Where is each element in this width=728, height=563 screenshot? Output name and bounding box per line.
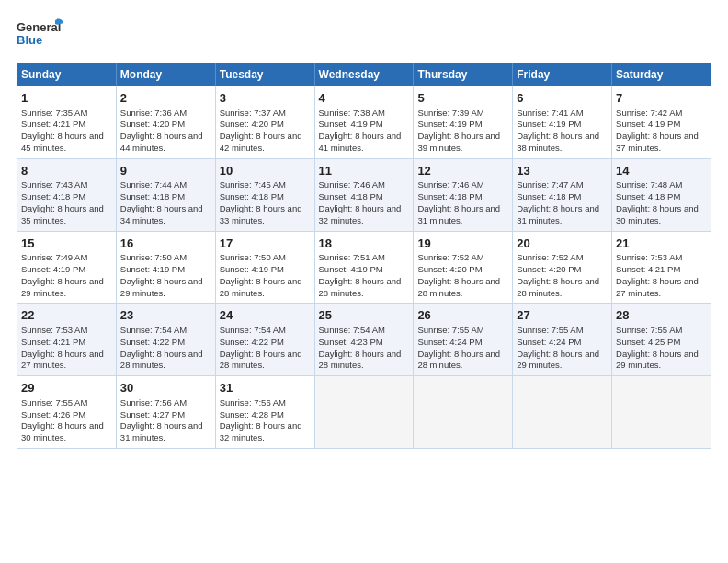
sunset-label: Sunset: 4:24 PM: [417, 337, 482, 347]
sunset-label: Sunset: 4:18 PM: [220, 191, 284, 201]
daylight-label: Daylight: 8 hours and 28 minutes.: [220, 276, 302, 298]
sunset-label: Sunset: 4:18 PM: [120, 191, 185, 201]
sunrise-label: Sunrise: 7:55 AM: [417, 325, 483, 335]
day-number: 27: [517, 307, 608, 324]
day-header-monday: Monday: [116, 63, 215, 86]
day-number: 24: [220, 307, 311, 324]
day-number: 20: [517, 236, 608, 252]
sunrise-label: Sunrise: 7:46 AM: [417, 179, 483, 190]
day-number: 11: [319, 163, 410, 179]
daylight-label: Daylight: 8 hours and 29 minutes.: [517, 349, 599, 371]
calendar-cell: 12 Sunrise: 7:46 AM Sunset: 4:18 PM Dayl…: [414, 158, 513, 231]
calendar-header-row: SundayMondayTuesdayWednesdayThursdayFrid…: [17, 63, 711, 86]
day-number: 26: [417, 307, 508, 324]
day-number: 19: [417, 236, 508, 252]
sunset-label: Sunset: 4:19 PM: [417, 119, 482, 129]
daylight-label: Daylight: 8 hours and 28 minutes.: [319, 349, 402, 371]
day-number: 6: [517, 90, 608, 107]
day-number: 16: [120, 236, 211, 252]
sunset-label: Sunset: 4:25 PM: [616, 337, 680, 347]
sunrise-label: Sunrise: 7:36 AM: [120, 108, 187, 118]
day-number: 28: [616, 307, 707, 324]
sunrise-label: Sunrise: 7:50 AM: [220, 252, 286, 262]
day-header-friday: Friday: [513, 63, 612, 86]
sunset-label: Sunset: 4:18 PM: [616, 191, 680, 201]
week-row-5: 29 Sunrise: 7:55 AM Sunset: 4:26 PM Dayl…: [17, 376, 711, 449]
daylight-label: Daylight: 8 hours and 41 minutes.: [319, 131, 402, 153]
day-number: 14: [616, 163, 707, 179]
calendar-cell: 2 Sunrise: 7:36 AM Sunset: 4:20 PM Dayli…: [116, 86, 215, 159]
sunrise-label: Sunrise: 7:50 AM: [120, 252, 187, 262]
sunrise-label: Sunrise: 7:42 AM: [616, 108, 682, 118]
day-number: 17: [220, 236, 311, 252]
daylight-label: Daylight: 8 hours and 33 minutes.: [220, 203, 302, 225]
sunrise-label: Sunrise: 7:54 AM: [220, 325, 286, 335]
sunrise-label: Sunrise: 7:54 AM: [120, 325, 187, 335]
day-number: 5: [417, 90, 508, 107]
calendar-cell: 13 Sunrise: 7:47 AM Sunset: 4:18 PM Dayl…: [513, 158, 612, 231]
day-number: 29: [21, 380, 112, 396]
daylight-label: Daylight: 8 hours and 27 minutes.: [616, 276, 699, 298]
week-row-1: 1 Sunrise: 7:35 AM Sunset: 4:21 PM Dayli…: [17, 86, 711, 159]
day-number: 7: [616, 90, 707, 107]
calendar-cell: 28 Sunrise: 7:55 AM Sunset: 4:25 PM Dayl…: [612, 304, 711, 376]
sunrise-label: Sunrise: 7:37 AM: [220, 108, 286, 118]
calendar-cell: 5 Sunrise: 7:39 AM Sunset: 4:19 PM Dayli…: [414, 86, 513, 159]
day-header-thursday: Thursday: [414, 63, 513, 86]
header: General Blue: [17, 17, 711, 53]
sunrise-label: Sunrise: 7:52 AM: [417, 252, 483, 262]
day-number: 9: [120, 163, 211, 179]
day-number: 8: [21, 163, 112, 179]
calendar-cell: 26 Sunrise: 7:55 AM Sunset: 4:24 PM Dayl…: [414, 304, 513, 376]
day-number: 21: [616, 236, 707, 252]
calendar-cell: 29 Sunrise: 7:55 AM Sunset: 4:26 PM Dayl…: [17, 376, 117, 449]
daylight-label: Daylight: 8 hours and 35 minutes.: [21, 203, 104, 225]
daylight-label: Daylight: 8 hours and 38 minutes.: [517, 131, 599, 153]
day-header-tuesday: Tuesday: [215, 63, 314, 86]
calendar-cell: 4 Sunrise: 7:38 AM Sunset: 4:19 PM Dayli…: [314, 86, 414, 159]
daylight-label: Daylight: 8 hours and 28 minutes.: [120, 349, 203, 371]
daylight-label: Daylight: 8 hours and 29 minutes.: [120, 276, 203, 298]
sunrise-label: Sunrise: 7:56 AM: [220, 397, 286, 408]
calendar-cell: 24 Sunrise: 7:54 AM Sunset: 4:22 PM Dayl…: [215, 304, 314, 376]
day-number: 3: [220, 90, 311, 107]
sunset-label: Sunset: 4:21 PM: [21, 119, 85, 129]
daylight-label: Daylight: 8 hours and 29 minutes.: [616, 349, 699, 371]
calendar-cell: 8 Sunrise: 7:43 AM Sunset: 4:18 PM Dayli…: [17, 158, 117, 231]
sunset-label: Sunset: 4:18 PM: [21, 191, 85, 201]
daylight-label: Daylight: 8 hours and 32 minutes.: [319, 203, 402, 225]
daylight-label: Daylight: 8 hours and 37 minutes.: [616, 131, 699, 153]
day-number: 18: [319, 236, 410, 252]
calendar-cell: 1 Sunrise: 7:35 AM Sunset: 4:21 PM Dayli…: [17, 86, 117, 159]
daylight-label: Daylight: 8 hours and 28 minutes.: [417, 349, 500, 371]
calendar-cell: 27 Sunrise: 7:55 AM Sunset: 4:24 PM Dayl…: [513, 304, 612, 376]
sunrise-label: Sunrise: 7:51 AM: [319, 252, 385, 262]
sunrise-label: Sunrise: 7:54 AM: [319, 325, 385, 335]
day-number: 4: [319, 90, 410, 107]
sunset-label: Sunset: 4:22 PM: [120, 337, 185, 347]
calendar-cell: [314, 376, 414, 449]
sunrise-label: Sunrise: 7:55 AM: [517, 325, 583, 335]
sunrise-label: Sunrise: 7:55 AM: [616, 325, 682, 335]
daylight-label: Daylight: 8 hours and 45 minutes.: [21, 131, 104, 153]
day-number: 23: [120, 307, 211, 324]
calendar-cell: 7 Sunrise: 7:42 AM Sunset: 4:19 PM Dayli…: [612, 86, 711, 159]
calendar-cell: 16 Sunrise: 7:50 AM Sunset: 4:19 PM Dayl…: [116, 231, 215, 304]
calendar-cell: 23 Sunrise: 7:54 AM Sunset: 4:22 PM Dayl…: [116, 304, 215, 376]
day-number: 31: [220, 380, 311, 396]
daylight-label: Daylight: 8 hours and 32 minutes.: [220, 420, 302, 442]
svg-text:General: General: [17, 20, 61, 34]
week-row-2: 8 Sunrise: 7:43 AM Sunset: 4:18 PM Dayli…: [17, 158, 711, 231]
calendar-table: SundayMondayTuesdayWednesdayThursdayFrid…: [17, 63, 711, 449]
calendar-cell: 15 Sunrise: 7:49 AM Sunset: 4:19 PM Dayl…: [17, 231, 117, 304]
sunrise-label: Sunrise: 7:52 AM: [517, 252, 583, 262]
sunset-label: Sunset: 4:20 PM: [417, 264, 482, 274]
sunset-label: Sunset: 4:21 PM: [21, 337, 85, 347]
daylight-label: Daylight: 8 hours and 31 minutes.: [120, 420, 203, 442]
day-number: 1: [21, 90, 112, 107]
calendar-cell: 25 Sunrise: 7:54 AM Sunset: 4:23 PM Dayl…: [314, 304, 414, 376]
day-number: 25: [319, 307, 410, 324]
daylight-label: Daylight: 8 hours and 27 minutes.: [21, 349, 104, 371]
day-header-sunday: Sunday: [17, 63, 117, 86]
daylight-label: Daylight: 8 hours and 29 minutes.: [21, 276, 104, 298]
